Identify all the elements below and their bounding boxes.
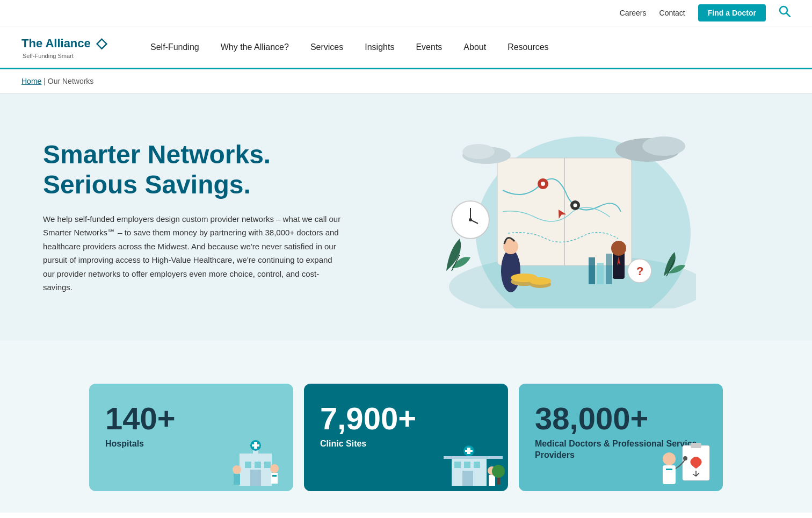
search-icon[interactable]	[779, 5, 791, 20]
breadcrumb-separator: |	[44, 77, 48, 85]
svg-rect-54	[474, 462, 480, 468]
nav-self-funding[interactable]: Self-Funding	[140, 27, 210, 67]
logo-name: The Alliance	[21, 37, 91, 51]
svg-rect-48	[272, 475, 277, 477]
stat-number-doctors: 38,000+	[535, 403, 707, 434]
breadcrumb-current: Our Networks	[48, 77, 94, 85]
svg-point-70	[683, 456, 687, 461]
svg-point-63	[492, 465, 505, 478]
nav-about[interactable]: About	[453, 27, 497, 67]
top-bar-links: Careers Contact Find a Doctor	[620, 4, 791, 21]
hero-section: Smarter Networks. Serious Savings. We he…	[0, 93, 812, 341]
hero-illustration: ?	[344, 126, 769, 308]
stat-card-clinics: 7,900+ Clinic Sites	[304, 384, 508, 491]
hero-illustration-svg: ?	[417, 126, 696, 308]
svg-rect-47	[271, 473, 278, 484]
svg-rect-61	[489, 475, 495, 486]
svg-rect-41	[250, 470, 261, 486]
svg-rect-38	[245, 462, 251, 468]
svg-line-1	[787, 13, 791, 17]
stat-card-doctors: 38,000+ Medical Doctors & Professional S…	[519, 384, 723, 491]
svg-rect-69	[666, 469, 672, 470]
hero-content: Smarter Networks. Serious Savings. We he…	[43, 140, 344, 294]
svg-rect-65	[691, 443, 701, 448]
svg-rect-39	[255, 462, 261, 468]
svg-point-21	[611, 241, 626, 256]
svg-point-49	[233, 465, 241, 474]
logo-tagline: Self-Funding Smart	[23, 53, 118, 59]
svg-rect-50	[234, 474, 240, 485]
svg-point-16	[469, 218, 472, 221]
nav-insights[interactable]: Insights	[354, 27, 405, 67]
stat-number-hospitals: 140+	[105, 403, 277, 434]
breadcrumb-home[interactable]: Home	[21, 77, 41, 85]
clinic-illustration	[438, 432, 508, 491]
careers-link[interactable]: Careers	[620, 9, 647, 17]
logo-wrapper: The Alliance ◇	[21, 35, 118, 52]
svg-rect-25	[589, 257, 595, 284]
svg-point-11	[574, 204, 577, 207]
svg-rect-59	[465, 450, 473, 452]
svg-rect-68	[663, 465, 676, 484]
logo-text: The Alliance ◇	[21, 35, 107, 52]
stats-container: 140+ Hospitals	[43, 384, 769, 491]
nav-services[interactable]: Services	[300, 27, 354, 67]
svg-rect-45	[252, 444, 259, 447]
breadcrumb: Home | Our Networks	[0, 69, 812, 93]
doctors-illustration	[653, 432, 723, 491]
stat-number-clinics: 7,900+	[320, 403, 492, 434]
svg-point-31	[530, 277, 551, 285]
svg-point-18	[501, 249, 520, 292]
logo-area[interactable]: The Alliance ◇ Self-Funding Smart	[21, 35, 118, 59]
svg-point-67	[663, 452, 676, 465]
svg-rect-40	[264, 462, 271, 468]
hero-title: Smarter Networks. Serious Savings.	[43, 140, 344, 199]
svg-point-8	[541, 182, 545, 186]
stat-card-hospitals: 140+ Hospitals	[89, 384, 293, 491]
nav-resources[interactable]: Resources	[497, 27, 559, 67]
svg-point-34	[642, 136, 685, 156]
contact-link[interactable]: Contact	[659, 9, 685, 17]
hospital-illustration	[223, 432, 293, 491]
svg-rect-56	[444, 456, 503, 459]
svg-rect-27	[606, 254, 612, 284]
svg-rect-53	[464, 462, 470, 468]
nav-events[interactable]: Events	[405, 27, 453, 67]
main-nav: Self-Funding Why the Alliance? Services …	[140, 27, 791, 67]
svg-rect-55	[462, 471, 473, 486]
svg-rect-52	[454, 462, 461, 468]
header: The Alliance ◇ Self-Funding Smart Self-F…	[0, 26, 812, 69]
nav-why[interactable]: Why the Alliance?	[210, 27, 300, 67]
svg-point-36	[462, 144, 495, 159]
top-bar: Careers Contact Find a Doctor	[0, 0, 812, 26]
logo-diamond-icon: ◇	[96, 35, 107, 52]
svg-text:?: ?	[636, 264, 643, 278]
find-doctor-button[interactable]: Find a Doctor	[698, 4, 766, 21]
hero-body: We help self-funded employers design cus…	[43, 212, 344, 294]
svg-rect-26	[597, 263, 604, 284]
stats-section: 140+ Hospitals	[0, 341, 812, 513]
svg-point-46	[270, 464, 279, 473]
